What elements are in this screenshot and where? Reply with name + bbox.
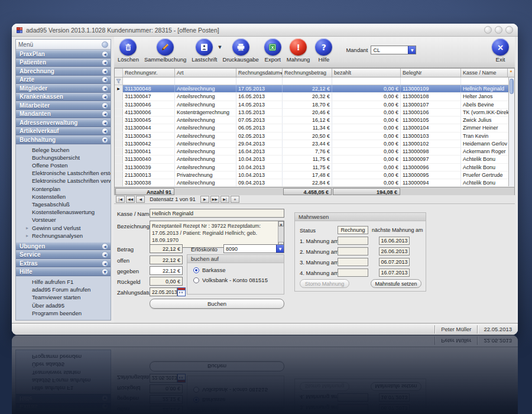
radio-button-icon[interactable] [193,277,199,283]
column-header-rechnungsbetrag[interactable]: Rechnungsbetrag [283,69,332,77]
column-header-belegnr[interactable]: BelegNr [401,69,461,77]
sidebar-item-programm-beenden[interactable]: Programm beenden [16,309,111,317]
filter-cell[interactable] [123,77,175,85]
table-row[interactable]: 311300047Anteilsrechnung16.05.201320,32 … [115,93,514,101]
table-row[interactable]: ▶311300048Anteilsrechnung17.05.201322,12… [115,85,514,93]
sidebar-item-hilfe-aufrufen-f1[interactable]: Hilfe aufrufen F1 [16,278,111,286]
close-button[interactable] [505,26,513,34]
sidebar-group-extras[interactable]: Extras◀ [16,259,111,268]
sidebar-group-ärzte[interactable]: Ärzte◀ [16,76,111,85]
chevron-down-icon[interactable]: ▼ [408,46,416,54]
hilfe-button[interactable]: ?Hilfe [315,38,332,63]
filter-cell[interactable] [401,77,461,85]
druckausgabe-button[interactable]: Druckausgabe [223,38,259,63]
sidebar-item-offene-posten[interactable]: Offene Posten [16,161,111,169]
column-header-bezahlt[interactable]: bezahlt [332,69,401,77]
filter-cell[interactable] [461,77,514,85]
chevron-left-icon[interactable]: ◀ [102,93,108,100]
table-row[interactable]: 311300038Anteilsrechnung09.04.201322,84 … [115,179,514,187]
column-header-kasse-name[interactable]: Kasse / Name [461,69,508,77]
maximize-button[interactable] [495,26,502,34]
filter-funnel-icon[interactable] [115,77,123,85]
mahnung-date-field[interactable] [338,258,368,266]
sammelbuchung-button[interactable]: Sammelbuchung [144,38,186,63]
offen-field[interactable]: 22,12 € [150,255,183,264]
sidebar-item-teamviewer-starten[interactable]: Teamviewer starten [16,293,111,301]
chevron-down-icon[interactable]: ▼ [276,245,284,253]
chevron-left-icon[interactable]: ◀ [102,111,108,117]
sidebar-group-hilfe[interactable]: Hilfe▼ [16,267,111,276]
table-row[interactable]: 311300045Anteilsrechnung07.05.201316,12 … [115,117,514,124]
chevron-down-icon[interactable]: ▼ [102,137,108,143]
sidebar-group-mandanten[interactable]: Mandanten◀ [16,110,111,119]
table-row[interactable]: 311300044Anteilsrechnung06.05.201311,34 … [115,124,514,132]
filter-cell[interactable] [283,77,332,85]
chevron-left-icon[interactable]: ◀ [102,251,108,258]
next-record-button[interactable]: ▶ [200,196,209,203]
betrag-field[interactable]: 22,12 € [150,244,183,253]
table-scrollbar[interactable] [508,77,514,186]
minimize-button[interactable] [484,26,492,34]
sidebar-group-artikelverkauf[interactable]: Artikelverkauf◀ [16,127,111,136]
last-record-button[interactable]: ▶| [220,196,229,203]
chevron-left-icon[interactable]: ◀ [102,119,108,126]
first-record-button[interactable]: |◀ [116,196,125,203]
dropdown-arrow-icon[interactable]: ▼ [218,45,221,50]
table-row[interactable]: 311300046Anteilsrechnung14.05.201318,70 … [115,101,514,109]
zahlungsdatum-field[interactable]: 22.05.2013 [150,287,177,296]
sidebar-item-über-adad95[interactable]: Über adad95 [16,302,111,309]
buchen-button[interactable]: Buchen [150,299,284,309]
calendar-icon[interactable] [177,287,186,296]
sidebar-item-elektronische-lastschriften-erstellen[interactable]: Elektronische Lastschriften erstellen [16,169,111,177]
sidebar-group-praxplan[interactable]: PraxPlan◀ [16,50,111,59]
menu-orb-icon[interactable] [102,41,108,48]
kasse-name-field[interactable]: Hellnich Reginald [150,209,284,218]
filter-cell[interactable] [332,77,401,85]
sidebar-item-elektronische-lastschriften-verwalten[interactable]: Elektronische Lastschriften verwalten [16,177,111,185]
löschen-button[interactable]: Löschen [118,38,139,63]
column-header-art[interactable]: Art [175,69,236,77]
mahnstufe-setzen-button[interactable]: Mahnstufe setzen [371,279,421,288]
status-field[interactable]: Rechnung [338,226,368,234]
fast-forward-button[interactable]: ▶▶ [210,196,219,203]
sidebar-group-service[interactable]: Service◀ [16,250,111,259]
filter-cell[interactable] [236,77,283,85]
fast-backward-button[interactable]: ◀◀ [126,196,135,203]
table-row[interactable]: 311300039Anteilsrechnung10.04.201311,75 … [115,164,514,172]
sidebar-group-übungen[interactable]: Übungen◀ [16,242,111,251]
sidebar-group-mitarbeiter[interactable]: Mitarbeiter◀ [16,101,111,110]
sidebar-group-abrechnung[interactable]: Abrechnung◀ [16,67,111,76]
erloeskonto-select[interactable]: 8090 ▼ [223,244,284,253]
sidebar-group-adressenverwaltung[interactable]: Adressenverwaltung◀ [16,118,111,127]
sidebar-item-vorsteuer[interactable]: Vorsteuer [16,216,111,224]
chevron-left-icon[interactable]: ◀ [102,59,108,66]
table-row[interactable]: 311300043Anteilsrechnung02.05.201320,50 … [115,132,514,140]
sidebar-item-gewinn-und-verlust[interactable]: ▸Gewinn und Verlust [16,224,111,232]
sidebar-item-kostenstellen[interactable]: Kostenstellen [16,193,111,200]
chevron-left-icon[interactable]: ◀ [102,85,108,92]
lastschrift-button[interactable]: ▼Lastschrift [192,38,217,63]
scroll-up-icon[interactable]: ▲ [278,221,284,227]
chevron-left-icon[interactable]: ◀ [102,68,108,75]
sidebar-item-belege-buchen[interactable]: Belege buchen [16,146,111,154]
chevron-down-icon[interactable]: ▼ [102,269,108,275]
chevron-left-icon[interactable]: ◀ [102,128,108,134]
sidebar-item-buchungsübersicht[interactable]: Buchungsübersicht [16,154,111,161]
table-row[interactable]: 411300006Kostenträgerrechnung13.05.20132… [115,109,514,117]
filter-cell[interactable] [175,77,236,85]
mandant-select[interactable]: CL ▼ [371,46,416,54]
gegeben-field[interactable]: 22,12 € [150,266,183,275]
export-button[interactable]: XExport [264,38,281,63]
radio-button-icon[interactable] [193,267,199,273]
sidebar-item-kostenstellenauswertung[interactable]: Kostenstellenauswertung [16,208,111,216]
bezeichnung-scrollbar[interactable]: ▲ ▼ [278,221,284,247]
table-row[interactable]: 311300040Anteilsrechnung10.04.201311,75 … [115,156,514,163]
previous-record-button[interactable]: ◀ [136,196,145,203]
mahnung-date-field[interactable] [338,237,368,245]
sidebar-item-tagesabschluß[interactable]: Tagesabschluß [16,200,111,208]
storno-mahnung-button[interactable]: Storno Mahnung [300,279,349,288]
append-record-button[interactable]: + [231,196,239,203]
table-row[interactable]: 311300042Anteilsrechnung29.04.201323,44 … [115,140,514,148]
sidebar-item-kontenplan[interactable]: Kontenplan [16,185,111,193]
sidebar-group-krankenkassen[interactable]: Krankenkassen◀ [16,93,111,102]
